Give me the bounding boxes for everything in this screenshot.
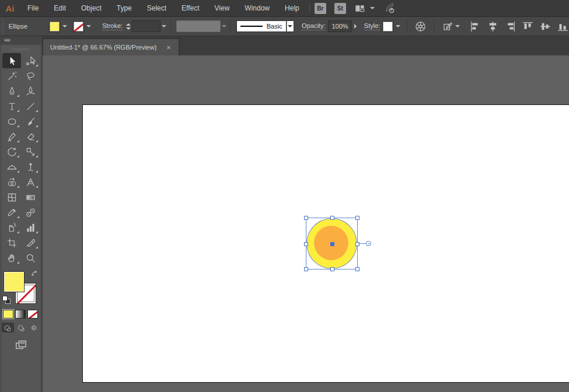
brush-definition-dropdown[interactable]: Basic [236, 20, 287, 32]
selection-handle-s[interactable] [330, 267, 334, 271]
default-fill-stroke-icon[interactable] [2, 296, 11, 304]
select-similar-icon[interactable] [442, 20, 454, 32]
draw-behind-icon[interactable] [15, 323, 27, 332]
stroke-weight-stepper[interactable] [125, 20, 132, 32]
style-panel-label[interactable]: Style: [364, 22, 381, 30]
selection-handle-ne[interactable] [355, 216, 359, 220]
selection-tool-icon[interactable] [2, 53, 21, 68]
selection-handle-sw[interactable] [304, 267, 308, 271]
vertical-align-bottom-icon[interactable] [557, 20, 569, 33]
fill-chevron-down-icon[interactable] [60, 21, 69, 32]
collapse-panel-button[interactable]: «« [0, 36, 42, 45]
fill-proxy-swatch[interactable] [4, 271, 25, 292]
zoom-tool-icon[interactable] [21, 250, 40, 265]
lasso-tool-icon[interactable] [21, 68, 40, 83]
magic-wand-tool-icon[interactable] [2, 68, 21, 83]
style-combo[interactable] [382, 21, 402, 32]
eyedropper-tool-icon[interactable] [2, 205, 21, 220]
document-area: Untitled-1* @ 66.67% (RGB/Preview) × [43, 36, 569, 392]
style-swatch[interactable] [382, 21, 393, 32]
curvature-tool-icon[interactable] [21, 83, 40, 99]
opacity-field[interactable]: 100% [328, 20, 351, 32]
width-tool-icon[interactable] [2, 159, 21, 174]
control-bar-grip[interactable] [1, 19, 4, 34]
stroke-panel-label[interactable]: Stroke: [102, 22, 123, 30]
canvas-pasteboard[interactable] [43, 55, 569, 392]
slice-tool-icon[interactable] [21, 235, 40, 250]
artboard-tool-icon[interactable] [2, 235, 21, 250]
stock-button[interactable]: St [334, 3, 346, 14]
stroke-swatch-none[interactable] [73, 21, 84, 32]
menu-help[interactable]: Help [277, 0, 307, 17]
opacity-panel-label[interactable]: Opacity: [302, 22, 325, 30]
vertical-align-top-icon[interactable] [522, 20, 534, 33]
horizontal-align-left-icon[interactable] [469, 20, 481, 33]
recolor-artwork-icon[interactable] [414, 20, 427, 33]
workspace-switcher-icon[interactable] [354, 3, 365, 14]
stroke-weight-field[interactable] [132, 20, 161, 32]
stroke-color-combo[interactable] [73, 21, 93, 32]
menu-file[interactable]: File [20, 0, 46, 17]
draw-normal-icon[interactable] [2, 323, 14, 332]
ellipse-tool-icon[interactable] [2, 114, 21, 129]
menu-type[interactable]: Type [109, 0, 139, 17]
selection-handle-w[interactable] [304, 242, 308, 246]
horizontal-align-right-icon[interactable] [504, 20, 516, 33]
fill-color-combo[interactable] [49, 21, 69, 32]
vertical-align-center-icon[interactable] [539, 20, 551, 33]
paintbrush-tool-icon[interactable] [21, 114, 40, 129]
rotate-tool-icon[interactable] [2, 144, 21, 159]
symbol-sprayer-tool-icon[interactable] [2, 220, 21, 235]
eraser-tool-icon[interactable] [21, 129, 40, 144]
menu-window[interactable]: Window [237, 0, 277, 17]
shaper-tool-icon[interactable] [2, 129, 21, 144]
selection-center-point[interactable] [330, 242, 334, 246]
horizontal-align-center-icon[interactable] [487, 20, 499, 33]
bridge-button[interactable]: Br [315, 3, 326, 14]
menu-object[interactable]: Object [74, 0, 109, 17]
selection-handle-nw[interactable] [304, 216, 308, 220]
menu-view[interactable]: View [207, 0, 238, 17]
draw-inside-icon[interactable] [28, 323, 40, 332]
gradient-tool-icon[interactable] [21, 190, 40, 205]
opacity-arrow-right-icon[interactable] [352, 21, 359, 32]
menu-effect[interactable]: Effect [174, 0, 207, 17]
panel-grip[interactable] [12, 48, 30, 51]
gpu-performance-icon[interactable] [383, 2, 396, 15]
direct-selection-tool-icon[interactable] [21, 53, 40, 68]
swap-fill-stroke-icon[interactable] [31, 270, 39, 278]
blend-tool-icon[interactable] [21, 205, 40, 220]
document-tab[interactable]: Untitled-1* @ 66.67% (RGB/Preview) × [43, 38, 179, 55]
fill-swatch[interactable] [49, 21, 60, 32]
line-segment-tool-icon[interactable] [21, 99, 40, 114]
brush-definition-chevron-down-icon[interactable] [287, 20, 294, 32]
pen-tool-icon[interactable] [2, 83, 21, 99]
mesh-tool-icon[interactable] [2, 190, 21, 205]
screen-mode-button[interactable] [12, 338, 30, 352]
tools-panel [2, 45, 40, 392]
gradient-button[interactable] [15, 310, 26, 318]
puppet-warp-tool-icon[interactable] [21, 159, 40, 174]
hand-tool-icon[interactable] [2, 250, 21, 265]
control-bar: Ellipse Stroke: Basic Opacity: 100% Styl… [0, 17, 569, 36]
stroke-chevron-down-icon[interactable] [84, 21, 93, 32]
select-similar-chevron-down-icon[interactable] [455, 25, 460, 27]
selection-handle-se[interactable] [355, 267, 359, 271]
menu-edit[interactable]: Edit [46, 0, 74, 17]
color-button[interactable] [3, 310, 13, 318]
none-button[interactable] [27, 310, 38, 318]
shape-builder-tool-icon[interactable] [2, 174, 21, 190]
close-icon[interactable]: × [165, 43, 173, 52]
pie-widget-handle[interactable] [366, 241, 371, 246]
scale-tool-icon[interactable] [21, 144, 40, 159]
style-chevron-down-icon[interactable] [393, 21, 402, 32]
menu-select[interactable]: Select [139, 0, 174, 17]
selection-bounding-box[interactable] [306, 218, 358, 270]
type-tool-icon[interactable] [2, 99, 21, 114]
stroke-weight-chevron-down-icon[interactable] [160, 21, 167, 32]
column-graph-tool-icon[interactable] [21, 220, 40, 235]
perspective-grid-tool-icon[interactable] [21, 174, 40, 190]
selection-handle-n[interactable] [330, 216, 334, 220]
workspace-chevron-down-icon[interactable] [370, 7, 375, 9]
document-tab-bar: Untitled-1* @ 66.67% (RGB/Preview) × [43, 36, 569, 55]
